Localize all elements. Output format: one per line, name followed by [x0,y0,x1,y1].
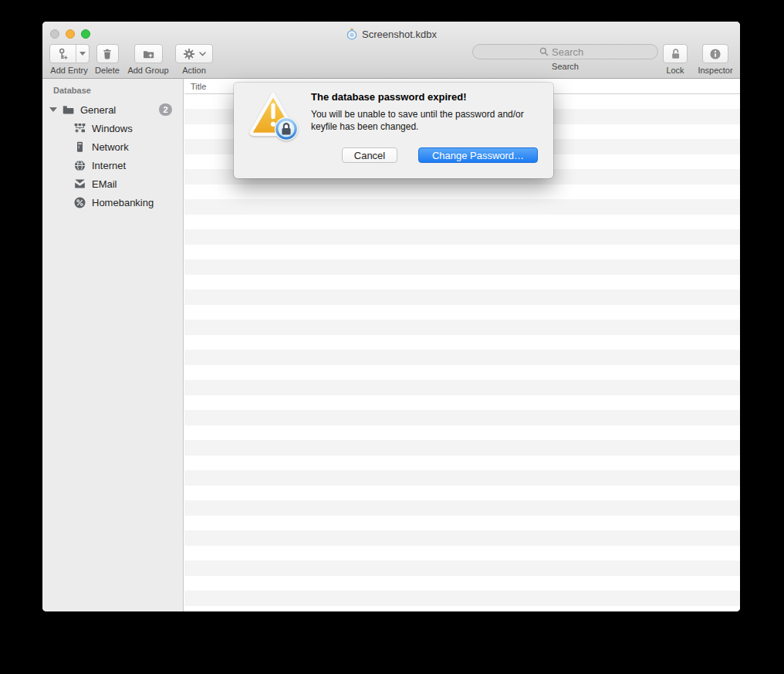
dialog-body-text: You will be unable to save until the pas… [311,108,547,133]
add-entry-main-segment[interactable] [50,45,76,63]
window-chrome: Screenshot.kdbx [42,22,740,79]
envelope-icon [73,178,86,191]
server-icon [73,141,86,154]
toolbar-label: Action [182,66,206,75]
sidebar-item-label: Network [92,141,129,153]
magnifier-icon [539,46,549,57]
sidebar-item-label: General [80,104,116,116]
add-group-button[interactable] [134,44,163,63]
toolbar-item-inspector: Inspector [693,44,738,75]
folder-plus-icon [142,48,155,60]
sidebar-item-network[interactable]: Network [42,137,183,156]
toolbar-label: Search [552,62,579,71]
warning-triangle-lock-icon [245,88,301,144]
column-header-title: Title [191,82,206,91]
gear-icon [183,48,195,60]
folder-icon [62,103,75,117]
open-padlock-icon [669,47,682,60]
sidebar-item-general[interactable]: General 2 [42,100,183,119]
macpass-window: Screenshot.kdbx [42,22,740,611]
sidebar-item-label: Windows [92,123,133,134]
window-title: Screenshot.kdbx [362,29,437,40]
sidebar-item-label: Internet [92,160,126,171]
cancel-button[interactable]: Cancel [342,147,397,163]
dialog-title: The database password expired! [311,91,467,103]
chevron-down-icon [79,52,86,56]
sidebar-section-header: Database [42,79,183,100]
toolbar-label: Add Group [127,66,168,75]
document-icon [346,28,358,40]
network-nodes-icon [73,122,86,135]
key-plus-icon [56,48,69,60]
delete-button[interactable] [96,44,119,63]
toolbar-item-action: Action [175,44,213,75]
trash-icon [101,48,113,60]
chevron-down-icon [199,52,206,56]
toolbar-label: Add Entry [50,66,87,75]
sidebar-item-email[interactable]: EMail [42,174,183,193]
sidebar-item-windows[interactable]: Windows [42,119,183,137]
action-button[interactable] [175,44,213,63]
add-entry-dropdown-segment[interactable] [76,45,89,63]
toolbar-label: Delete [95,66,120,75]
inspector-button[interactable] [702,44,728,63]
percent-icon [73,196,86,209]
entry-count-badge: 2 [159,103,172,116]
search-input-wrap[interactable] [472,44,658,59]
toolbar-label: Lock [666,66,684,75]
add-entry-button[interactable] [49,44,90,63]
sidebar-item-internet[interactable]: Internet [42,156,183,174]
change-password-button[interactable]: Change Password… [418,147,538,163]
sidebar-item-label: EMail [92,178,117,190]
sidebar: Database General 2 [42,79,184,611]
disclosure-triangle-icon[interactable] [49,107,57,112]
screenshot-stage: Screenshot.kdbx [0,0,784,674]
titlebar: Screenshot.kdbx [42,28,740,40]
lock-button[interactable] [663,44,688,63]
sidebar-item-homebanking[interactable]: Homebanking [42,193,183,212]
toolbar-item-lock: Lock [660,44,691,75]
password-expired-dialog: The database password expired! You will … [234,83,553,178]
toolbar-item-add-group: Add Group [123,44,173,75]
toolbar-item-search: Search [472,44,658,71]
toolbar-item-delete: Delete [90,44,124,75]
toolbar-item-add-entry: Add Entry [48,44,90,75]
sidebar-item-label: Homebanking [92,197,154,208]
globe-icon [73,159,86,172]
search-input[interactable] [552,46,592,58]
toolbar-label: Inspector [698,66,732,75]
info-icon [709,48,721,60]
